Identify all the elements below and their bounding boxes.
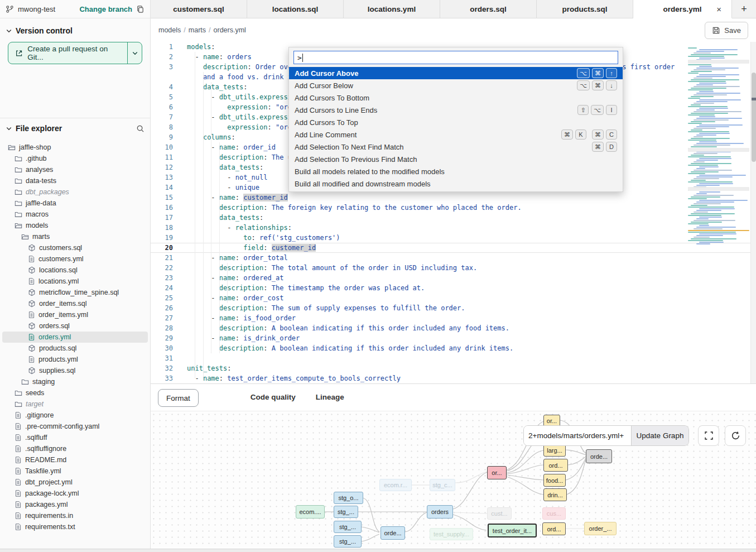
file-tree-item-data-tests[interactable]: data-tests <box>2 175 148 186</box>
file-tree-item-Taskfile.yml[interactable]: Taskfile.yml <box>2 465 148 477</box>
update-graph-button[interactable]: Update Graph <box>631 426 688 445</box>
lineage-canvas[interactable]: ecom....stg_o...stg_...stg_...stg_...eco… <box>151 411 756 549</box>
file-tree-item-.gitignore[interactable]: .gitignore <box>2 410 148 421</box>
code-line-33[interactable]: 33 - name: test_order_items_compute_to_b… <box>151 373 756 383</box>
file-tree-item-staging[interactable]: staging <box>2 376 148 387</box>
command-item[interactable]: Add Cursor Above⌥⌘↑ <box>289 67 623 79</box>
command-input[interactable]: > <box>293 51 618 64</box>
command-item[interactable]: Add Cursors To Bottom <box>289 92 623 104</box>
file-tree-item-products.yml[interactable]: products.yml <box>2 354 148 365</box>
change-branch-link[interactable]: Change branch <box>79 5 132 13</box>
code-line-17[interactable]: 17 data_tests: <box>151 213 756 223</box>
format-button[interactable]: Format <box>158 389 199 407</box>
file-tree-item-.github[interactable]: .github <box>2 153 148 164</box>
code-line-21[interactable]: 21 - name: order_total <box>151 253 756 263</box>
file-tree-item-supplies.sql[interactable]: supplies.sql <box>2 365 148 376</box>
code-line-18[interactable]: 18 - relationships: <box>151 223 756 233</box>
lineage-node-stg_...[interactable]: stg_... <box>334 506 358 518</box>
tab-code-quality[interactable]: Code quality <box>240 389 306 412</box>
copy-branch-icon[interactable] <box>136 5 145 13</box>
file-tree-item-orders.yml[interactable]: orders.yml <box>2 332 148 343</box>
scrollbar-thumb[interactable] <box>752 73 756 162</box>
file-tree-item-.pre-commit-config.yaml[interactable]: .pre-commit-config.yaml <box>2 421 148 432</box>
command-item[interactable]: Add Line Comment⌘K⌘C <box>289 128 623 141</box>
lineage-node-ecom.r...[interactable]: ecom.r... <box>379 479 412 491</box>
tab-lineage[interactable]: Lineage <box>306 389 354 412</box>
tab-customers.sql[interactable]: customers.sql <box>151 0 247 18</box>
command-item[interactable]: Build all models related to the modified… <box>289 165 623 177</box>
lineage-node-ord...[interactable]: ord... <box>543 459 568 472</box>
command-item[interactable]: Add Cursors to Line Ends⇧⌥I <box>289 104 623 116</box>
file-tree-item-requirements.txt[interactable]: requirements.txt <box>2 521 148 532</box>
lineage-node-stg_c...[interactable]: stg_c... <box>430 479 455 491</box>
file-tree-item-jaffle-shop[interactable]: jaffle-shop <box>2 142 148 153</box>
command-item[interactable]: Build all modified and downstream models <box>289 177 623 190</box>
code-line-26[interactable]: 26 description: The sum of supply expens… <box>151 303 756 313</box>
create-pr-caret[interactable] <box>127 42 142 64</box>
refresh-button[interactable] <box>725 425 746 446</box>
lineage-node-ord...[interactable]: ord... <box>542 522 566 535</box>
file-tree-item-dbt_packages[interactable]: dbt_packages <box>2 186 148 198</box>
file-tree-item-package-lock.yml[interactable]: package-lock.yml <box>2 488 148 499</box>
file-tree-item-analyses[interactable]: analyses <box>2 164 148 175</box>
code-line-29[interactable]: 29 - name: is_drink_order <box>151 333 756 343</box>
file-tree-item-customers.yml[interactable]: customers.yml <box>2 253 148 265</box>
code-editor[interactable]: 1models:2 - name: orders3 description: O… <box>151 42 756 383</box>
lineage-node-orde...[interactable]: orde... <box>586 449 612 463</box>
code-line-19[interactable]: 19 to: ref('stg_customers') <box>151 233 756 243</box>
code-line-22[interactable]: 22 description: The total amount of the … <box>151 263 756 273</box>
search-icon[interactable] <box>136 124 145 133</box>
tab-orders.yml[interactable]: orders.yml× <box>633 0 732 18</box>
lineage-node-ecom....[interactable]: ecom.... <box>296 505 325 519</box>
file-tree-item-.sqlfluffignore[interactable]: .sqlfluffignore <box>2 443 148 454</box>
save-button[interactable]: Save <box>705 22 748 39</box>
lineage-node-cust...[interactable]: cust... <box>487 507 512 520</box>
file-tree-item-requirements.in[interactable]: requirements.in <box>2 510 148 521</box>
file-tree-item-marts[interactable]: marts <box>2 231 148 242</box>
code-line-25[interactable]: 25 - name: order_cost <box>151 293 756 303</box>
lineage-node-order_...[interactable]: order_... <box>584 522 617 535</box>
code-line-31[interactable]: 31 <box>151 353 756 363</box>
close-icon[interactable]: × <box>716 4 721 14</box>
tab-orders.sql[interactable]: orders.sql <box>440 0 537 18</box>
new-tab-button[interactable]: + <box>732 0 756 18</box>
lineage-node-test_order_it...[interactable]: test_order_it... <box>488 524 537 537</box>
code-line-24[interactable]: 24 description: The timestamp the order … <box>151 283 756 293</box>
file-explorer-header[interactable]: File explorer <box>0 118 150 137</box>
file-tree-item-.sqlfluff[interactable]: .sqlfluff <box>2 432 148 443</box>
lineage-node-stg_o...[interactable]: stg_o... <box>334 492 363 504</box>
file-tree-item-locations.yml[interactable]: locations.yml <box>2 276 148 287</box>
lineage-node-drin...[interactable]: drin... <box>543 488 567 501</box>
graph-selector-input[interactable] <box>524 426 631 445</box>
file-tree-item-macros[interactable]: macros <box>2 209 148 220</box>
code-line-27[interactable]: 27 - name: is_food_order <box>151 313 756 323</box>
file-tree-item-README.md[interactable]: README.md <box>2 454 148 465</box>
code-line-32[interactable]: 32unit_tests: <box>151 363 756 373</box>
code-line-20[interactable]: 20 field: customer_id <box>151 243 756 253</box>
fullscreen-button[interactable] <box>698 425 719 446</box>
file-tree-item-orders.sql[interactable]: orders.sql <box>2 320 148 332</box>
command-item[interactable]: Add Cursors To Top <box>289 116 623 128</box>
lineage-node-or...[interactable]: or... <box>487 466 507 479</box>
create-pr-main[interactable]: Create a pull request on Git... <box>8 42 127 64</box>
editor-scrollbar[interactable] <box>750 42 756 383</box>
code-line-23[interactable]: 23 - name: ordered_at <box>151 273 756 283</box>
file-tree-item-products.sql[interactable]: products.sql <box>2 343 148 354</box>
version-control-header[interactable]: Version control <box>0 18 150 40</box>
code-line-28[interactable]: 28 description: A boolean indicating if … <box>151 323 756 333</box>
code-line-15[interactable]: 15 - name: customer_id <box>151 193 756 203</box>
tab-locations.yml[interactable]: locations.yml <box>344 0 440 18</box>
file-tree-item-models[interactable]: models <box>2 220 148 231</box>
lineage-node-stg_...[interactable]: stg_... <box>334 535 362 548</box>
file-tree-item-order_items.sql[interactable]: order_items.sql <box>2 298 148 309</box>
command-item[interactable]: Add Cursor Below⌥⌘↓ <box>289 79 623 92</box>
minimap[interactable] <box>688 47 749 257</box>
lineage-node-stg_...[interactable]: stg_... <box>334 521 362 533</box>
file-tree-item-packages.yml[interactable]: packages.yml <box>2 499 148 510</box>
code-line-30[interactable]: 30 description: A boolean indicating if … <box>151 343 756 353</box>
lineage-node-orders[interactable]: orders <box>427 505 453 519</box>
breadcrumb-marts[interactable]: marts <box>189 26 206 34</box>
command-item[interactable]: Add Selection To Next Find Match⌘D <box>289 141 623 153</box>
file-tree-item-target[interactable]: target <box>2 399 148 410</box>
file-tree-item-order_items.yml[interactable]: order_items.yml <box>2 309 148 320</box>
